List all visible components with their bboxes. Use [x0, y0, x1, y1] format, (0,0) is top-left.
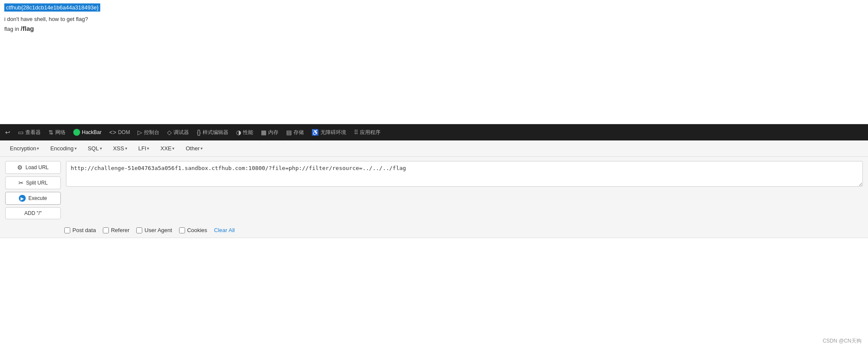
menu-xxe[interactable]: XXE ▾ [156, 143, 179, 154]
bottom-area [0, 238, 868, 289]
cookies-label: Cookies [187, 227, 207, 233]
xss-label: XSS [113, 145, 124, 152]
referer-option[interactable]: Referer [103, 227, 129, 233]
user-agent-label: User Agent [144, 227, 172, 233]
back-icon: ↩ [5, 129, 10, 136]
url-area [66, 161, 863, 188]
execute-icon: ▶ [19, 195, 26, 202]
referer-label: Referer [111, 227, 129, 233]
xss-chevron-icon: ▾ [125, 146, 127, 151]
devtools-network[interactable]: ⇅ 网络 [45, 127, 69, 138]
devtools-debugger[interactable]: ◇ 调试器 [164, 127, 192, 138]
menu-sql[interactable]: SQL ▾ [83, 143, 107, 154]
lfi-label: LFI [138, 145, 147, 152]
elements-label: 查看器 [25, 129, 41, 136]
devtools-elements[interactable]: ▭ 查看器 [15, 127, 44, 138]
menu-encryption[interactable]: Encryption ▾ [5, 143, 44, 154]
storage-icon: ▤ [286, 129, 292, 136]
lfi-chevron-icon: ▾ [147, 146, 149, 151]
devtools-back-button[interactable]: ↩ [2, 127, 14, 137]
hackbar-label: HackBar [82, 129, 102, 135]
elements-icon: ▭ [18, 129, 24, 136]
console-icon: ▷ [138, 129, 142, 136]
devtools-apps[interactable]: ⠿ 应用程序 [350, 127, 384, 138]
add-slash-label: ADD "/" [24, 210, 42, 216]
encoding-chevron-icon: ▾ [75, 146, 77, 151]
execute-button[interactable]: ▶ Execute [5, 192, 61, 205]
style-icon: {} [197, 129, 201, 136]
add-slash-button[interactable]: ADD "/" [5, 207, 61, 219]
performance-icon: ◑ [236, 129, 241, 136]
split-url-icon: ✂ [18, 179, 24, 186]
sql-label: SQL [88, 145, 99, 152]
load-url-button[interactable]: ⚙ Load URL [5, 161, 61, 174]
devtools-style-editor[interactable]: {} 样式编辑器 [193, 127, 231, 138]
selected-text-highlight: ctfhub{28c1dcb14e1b6a44a318493e} [4, 3, 100, 12]
network-label: 网络 [55, 129, 66, 136]
devtools-performance[interactable]: ◑ 性能 [233, 127, 257, 138]
top-content-area: ctfhub{28c1dcb14e1b6a44a318493e} i don't… [0, 0, 868, 124]
other-label: Other [186, 145, 200, 152]
performance-label: 性能 [243, 129, 253, 136]
xxe-chevron-icon: ▾ [172, 146, 174, 151]
load-url-icon: ⚙ [17, 164, 23, 171]
referer-checkbox[interactable] [103, 227, 109, 233]
load-url-label: Load URL [25, 164, 48, 170]
sql-chevron-icon: ▾ [100, 146, 102, 151]
cookies-checkbox[interactable] [179, 227, 185, 233]
console-label: 控制台 [144, 129, 159, 136]
url-input[interactable] [66, 161, 863, 187]
devtools-console[interactable]: ▷ 控制台 [134, 127, 163, 138]
split-url-button[interactable]: ✂ Split URL [5, 176, 61, 189]
memory-label: 内存 [268, 129, 278, 136]
dom-icon: <> [109, 129, 116, 136]
dom-label: DOM [118, 129, 130, 135]
network-icon: ⇅ [48, 129, 54, 136]
hackbar-menu: Encryption ▾ Encoding ▾ SQL ▾ XSS ▾ LFI … [0, 140, 868, 157]
devtools-memory[interactable]: ▦ 内存 [257, 127, 282, 138]
execute-label: Execute [28, 195, 47, 201]
line1-text: i don't have shell, how to get flag? [4, 16, 864, 22]
debugger-icon: ◇ [167, 129, 172, 136]
devtools-bar: ↩ ▭ 查看器 ⇅ 网络 HackBar <> DOM ▷ 控制台 ◇ 调试器 … [0, 124, 868, 140]
storage-label: 存储 [293, 129, 304, 136]
post-data-checkbox[interactable] [64, 227, 70, 233]
encryption-chevron-icon: ▾ [37, 146, 39, 151]
user-agent-checkbox[interactable] [136, 227, 142, 233]
cookies-option[interactable]: Cookies [179, 227, 207, 233]
devtools-storage[interactable]: ▤ 存储 [283, 127, 307, 138]
line2-text: flag in /flag [4, 25, 864, 32]
encoding-label: Encoding [50, 145, 73, 152]
line2-path: /flag [21, 25, 34, 32]
menu-encoding[interactable]: Encoding ▾ [45, 143, 81, 154]
clear-all-button[interactable]: Clear All [214, 227, 235, 233]
accessibility-label: 无障碍环境 [320, 129, 346, 136]
hackbar-left-buttons: ⚙ Load URL ✂ Split URL ▶ Execute ADD "/" [5, 161, 61, 219]
hackbar-main-content: ⚙ Load URL ✂ Split URL ▶ Execute ADD "/" [0, 157, 868, 224]
post-data-option[interactable]: Post data [64, 227, 96, 233]
other-chevron-icon: ▾ [201, 146, 203, 151]
encryption-label: Encryption [10, 145, 36, 152]
devtools-hackbar[interactable]: HackBar [70, 127, 105, 137]
apps-icon: ⠿ [354, 129, 358, 136]
xxe-label: XXE [160, 145, 171, 152]
hackbar-dot-icon [73, 129, 80, 136]
menu-lfi[interactable]: LFI ▾ [134, 143, 154, 154]
devtools-dom[interactable]: <> DOM [106, 127, 133, 137]
post-data-label: Post data [72, 227, 96, 233]
style-label: 样式编辑器 [203, 129, 228, 136]
menu-xss[interactable]: XSS ▾ [108, 143, 132, 154]
user-agent-option[interactable]: User Agent [136, 227, 172, 233]
split-url-label: Split URL [26, 180, 48, 186]
apps-label: 应用程序 [360, 129, 380, 136]
memory-icon: ▦ [261, 129, 266, 136]
debugger-label: 调试器 [174, 129, 189, 136]
options-row: Post data Referer User Agent Cookies Cle… [0, 224, 868, 238]
line2-prefix: flag in [4, 26, 21, 32]
devtools-accessibility[interactable]: ♿ 无障碍环境 [308, 127, 350, 138]
menu-other[interactable]: Other ▾ [181, 143, 207, 154]
accessibility-icon: ♿ [311, 129, 319, 136]
hackbar-panel: Encryption ▾ Encoding ▾ SQL ▾ XSS ▾ LFI … [0, 140, 868, 238]
